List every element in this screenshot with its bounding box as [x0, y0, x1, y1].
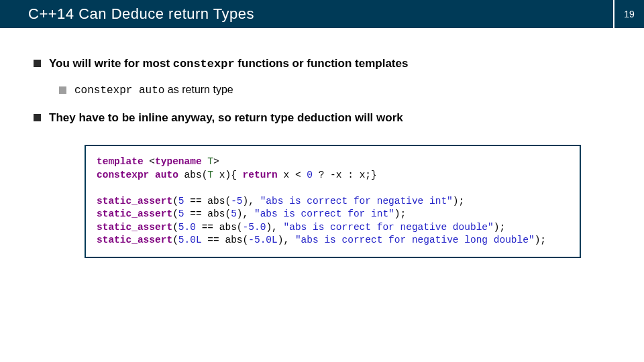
bullet-square-icon [59, 86, 66, 94]
page-number: 19 [624, 9, 635, 19]
code-keyword: static_assert [97, 222, 172, 233]
code-string: "abs is correct for negative long double… [295, 235, 535, 245]
code-number: -5.0 [243, 222, 266, 233]
code-fragment: constexpr auto [74, 84, 164, 97]
code-number: 5.0L [178, 235, 202, 245]
code-text: x){ [213, 170, 243, 180]
code-text: ); [494, 222, 505, 233]
code-text: ), [243, 196, 260, 206]
bullet-1: You will write for most constexpr functi… [34, 57, 610, 70]
code-text: == abs( [184, 208, 231, 219]
code-text: ( [172, 235, 178, 245]
slide-title: C++14 Can Deduce return Types [0, 5, 254, 23]
code-text: ); [394, 208, 406, 219]
code-text: == abs( [184, 196, 231, 206]
code-type: T [207, 170, 213, 180]
code-text: ( [172, 208, 178, 219]
code-number: 5 [231, 208, 237, 219]
title-bar: C++14 Can Deduce return Types [0, 0, 644, 28]
code-fragment: constexpr [173, 58, 235, 70]
bullet-square-icon [34, 60, 41, 67]
page-number-badge: 19 [613, 0, 644, 28]
bullet-2-text: They have to be inline anyway, so return… [49, 111, 403, 125]
code-keyword: constexpr [97, 170, 149, 180]
code-text: ); [535, 235, 546, 245]
code-number: 0 [307, 170, 313, 180]
code-text: ? -x : x;} [313, 170, 377, 180]
text-fragment: You will write for most [49, 57, 173, 70]
code-keyword: template [97, 156, 144, 167]
text-fragment: as return type [164, 84, 233, 95]
code-text: < [144, 156, 155, 167]
code-text: ( [172, 222, 178, 233]
code-text: == abs( [202, 235, 249, 245]
code-keyword: static_assert [97, 208, 172, 219]
code-keyword: typename [155, 156, 202, 167]
slide-content: You will write for most constexpr functi… [34, 57, 610, 258]
code-keyword: return [243, 170, 278, 180]
code-block: template <typename T> constexpr auto abs… [85, 145, 581, 258]
code-keyword: auto [155, 170, 178, 180]
code-text: ), [266, 222, 283, 233]
code-text: ( [172, 196, 178, 206]
code-number: 5 [178, 208, 184, 219]
code-text: abs( [178, 170, 208, 180]
code-string: "abs is correct for negative int" [260, 196, 453, 206]
bullet-2: They have to be inline anyway, so return… [34, 111, 610, 125]
bullet-1-sub-text: constexpr auto as return type [74, 84, 233, 97]
code-number: -5 [231, 196, 242, 206]
code-text: ), [278, 235, 295, 245]
code-keyword: static_assert [97, 196, 172, 206]
code-string: "abs is correct for negative double" [283, 222, 493, 233]
bullet-1-text: You will write for most constexpr functi… [49, 57, 408, 70]
code-keyword: static_assert [97, 235, 172, 245]
slide: C++14 Can Deduce return Types 19 You wil… [0, 0, 644, 362]
code-text: > [213, 156, 219, 167]
text-fragment: functions or function templates [235, 57, 409, 70]
code-text [149, 170, 155, 180]
code-text: x < [278, 170, 307, 180]
code-type: T [207, 156, 213, 167]
code-number: 5.0 [178, 222, 196, 233]
code-text: == abs( [196, 222, 243, 233]
code-text: ); [453, 196, 464, 206]
code-text: ), [237, 208, 254, 219]
bullet-1-sub: constexpr auto as return type [59, 84, 610, 97]
code-string: "abs is correct for int" [254, 208, 394, 219]
code-number: 5 [178, 196, 184, 206]
code-number: -5.0L [248, 235, 278, 245]
bullet-square-icon [34, 114, 41, 121]
